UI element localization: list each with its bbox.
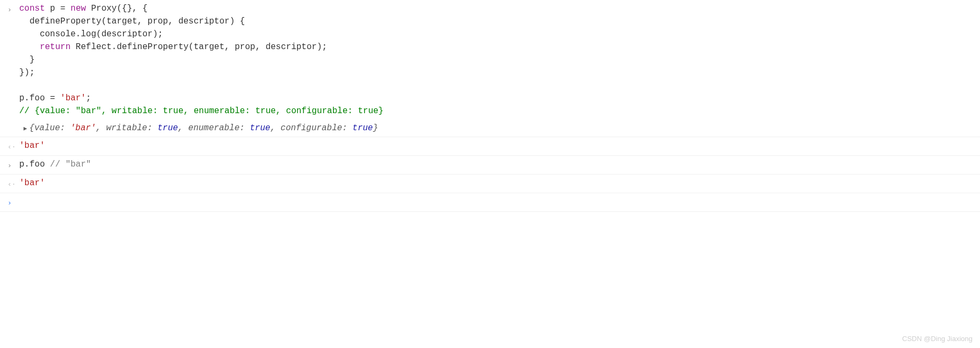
active-prompt-icon: › — [4, 195, 19, 209]
console-row: ‹·'bar' — [0, 137, 980, 156]
console-row: ›const p = new Proxy({}, { definePropert… — [0, 0, 980, 120]
console-log-output[interactable]: ▶{value: 'bar', writable: true, enumerab… — [0, 120, 980, 137]
console-row: › — [0, 193, 980, 212]
return-value: 'bar' — [19, 177, 976, 189]
console-row: ‹·'bar' — [0, 175, 980, 193]
input-prompt-icon: › — [4, 158, 19, 172]
console-row: ›p.foo // "bar" — [0, 156, 980, 175]
return-value-icon: ‹· — [4, 177, 19, 191]
expand-object-icon[interactable]: ▶ — [24, 124, 27, 133]
return-value: 'bar' — [19, 139, 976, 152]
input-prompt-icon: › — [4, 2, 19, 16]
input-caret[interactable] — [19, 195, 976, 208]
return-value-icon: ‹· — [4, 139, 19, 153]
code-input: p.foo // "bar" — [19, 158, 976, 171]
code-input: const p = new Proxy({}, { defineProperty… — [19, 2, 976, 117]
log-content: {value: 'bar', writable: true, enumerabl… — [29, 123, 378, 133]
